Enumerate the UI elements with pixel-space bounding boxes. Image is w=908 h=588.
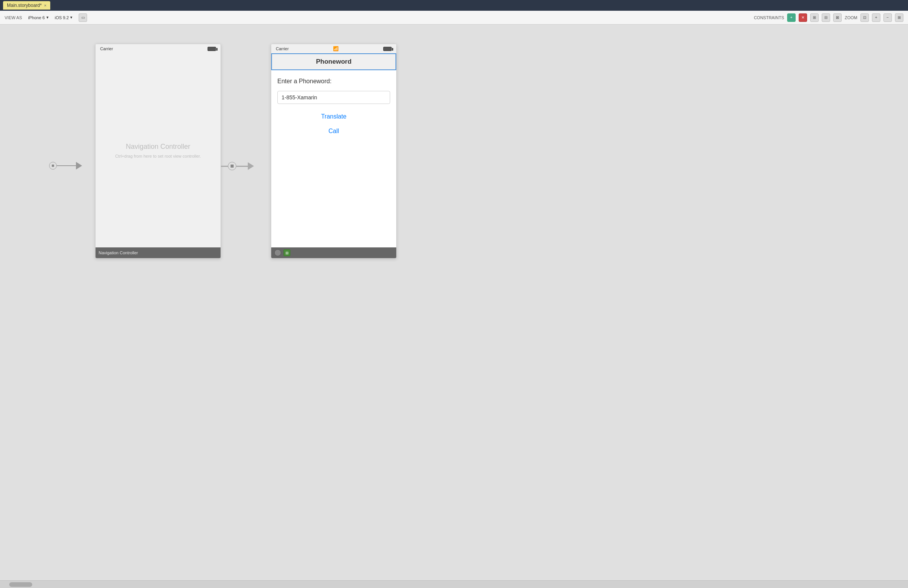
toolbar-right: CONSTRAINTS + ✕ ⊞ ⊟ ⊠ ZOOM ⊡ + − ⊞ [754,13,903,22]
zoom-out-button[interactable]: − [883,13,892,22]
nav-controller-content: Navigation Controller Ctrl+drag from her… [96,53,221,247]
phoneword-status-bar: Carrier 📶 [271,44,396,53]
constraints-layout-button[interactable]: ⊞ [810,13,819,22]
nav-controller-hint: Ctrl+drag from here to set root view con… [115,154,201,158]
footer-circle-icon [274,249,281,256]
iphone-chevron: ▾ [46,15,49,20]
phoneword-nav-title: Phoneword [316,58,352,66]
constraints-add-button[interactable]: + [787,13,796,22]
segue-arrowhead [248,162,254,170]
green-icon-symbol: ⊞ [285,251,288,255]
phoneword-footer: ⊞ [271,247,396,258]
tab-close-button[interactable]: × [44,3,46,8]
nav-status-bar: Carrier [96,44,221,53]
iphone-label: iPhone 6 [28,15,44,20]
nav-controller-frame: Carrier Navigation Controller Ctrl+drag … [95,44,221,259]
entry-arrow-connector [49,162,82,170]
ios-selector[interactable]: iOS 9.2 ▾ [55,15,73,20]
device-orientation-button[interactable]: ▭ [79,13,87,22]
zoom-fit-button[interactable]: ⊡ [860,13,869,22]
constraints-remove-button[interactable]: ✕ [799,13,807,22]
call-button[interactable]: Call [277,128,390,135]
phoneword-frame: Carrier 📶 Phoneword Enter a Phoneword: T… [271,44,397,259]
phoneword-nav-bar: Phoneword [271,53,396,70]
segue-line-left [221,166,228,167]
phone-input-field[interactable] [277,91,390,104]
iphone-selector[interactable]: iPhone 6 ▾ [28,15,48,20]
ios-label: iOS 9.2 [55,15,69,20]
phoneword-carrier: Carrier [276,46,289,51]
nav-controller-footer: Navigation Controller [96,247,221,258]
entry-line [57,165,76,166]
horizontal-scrollbar[interactable] [0,580,908,588]
wifi-icon: 📶 [333,46,339,51]
zoom-label: ZOOM [845,15,857,20]
nav-battery-icon [208,47,216,51]
svg-rect-1 [231,165,234,168]
constraints-pin-button[interactable]: ⊠ [833,13,842,22]
constraints-label: CONSTRAINTS [754,15,784,20]
zoom-full-button[interactable]: ⊞ [895,13,903,22]
nav-footer-label: Navigation Controller [99,250,138,255]
entry-arrowhead [76,162,82,170]
segue-line-right [236,166,248,167]
phoneword-content: Enter a Phoneword: Translate Call [271,70,396,247]
main-storyboard-tab[interactable]: Main.storyboard* × [3,1,50,10]
segue-arrow-connector [221,162,254,170]
svg-rect-0 [52,165,54,167]
nav-carrier: Carrier [100,46,113,51]
tab-label: Main.storyboard* [7,3,42,8]
view-as-label: VIEW AS [5,15,22,20]
nav-controller-title: Navigation Controller [126,143,190,151]
zoom-in-button[interactable]: + [872,13,880,22]
title-bar: Main.storyboard* × [0,0,908,11]
enter-phoneword-label: Enter a Phoneword: [277,78,390,85]
ios-chevron: ▾ [70,15,73,20]
translate-button[interactable]: Translate [277,113,390,120]
phoneword-battery-icon [383,47,392,51]
constraints-resolve-button[interactable]: ⊟ [822,13,830,22]
footer-green-icon: ⊞ [283,249,290,256]
storyboard-canvas: Carrier Navigation Controller Ctrl+drag … [0,25,908,580]
entry-circle [49,162,57,170]
toolbar: VIEW AS iPhone 6 ▾ iOS 9.2 ▾ ▭ CONSTRAIN… [0,11,908,25]
device-icon: ▭ [81,15,85,20]
segue-circle [228,162,236,170]
scrollbar-thumb[interactable] [9,582,32,587]
